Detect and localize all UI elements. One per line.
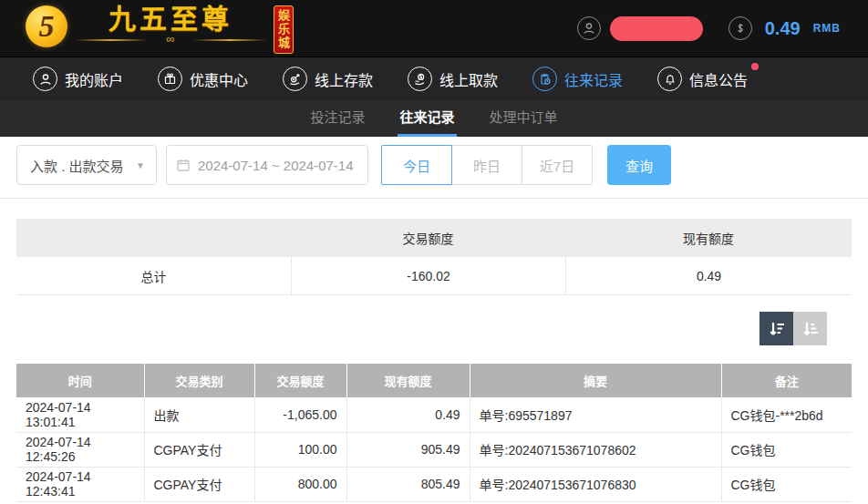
summary-total-row: 总计 -160.02 0.49 [16, 257, 852, 295]
sort-descending-button[interactable] [760, 312, 793, 345]
calendar-icon [176, 158, 191, 172]
tab-transaction-records[interactable]: 往来记录 [398, 100, 456, 137]
cell-amount: -1,065.00 [254, 397, 346, 432]
table-row: 2024-07-14 12:43:41 CGPAY支付 800.00 805.4… [16, 467, 852, 501]
site-title: 九五至尊 [108, 4, 232, 35]
logo-emblem-icon: 5 [26, 5, 67, 47]
summary-table: 交易额度 现有额度 总计 -160.02 0.49 [16, 219, 852, 295]
logo-emblem-glyph: 5 [39, 11, 55, 42]
nav-item-transaction-records[interactable]: 往来记录 [532, 67, 623, 91]
sort-ascending-icon [801, 319, 821, 339]
tab-pending-orders[interactable]: 处理中订单 [488, 100, 560, 137]
username-redacted[interactable] [610, 16, 703, 41]
cell-time: 2024-07-14 12:45:26 [16, 432, 144, 467]
summary-header-blank [16, 219, 291, 257]
nav-item-announcements[interactable]: 信息公告 [657, 67, 748, 91]
site-logo[interactable]: 5 九五至尊 ∞ 娱乐城 [26, 4, 294, 54]
cell-summary: 单号:202407153671078602 [470, 432, 721, 467]
table-row: 2024-07-14 12:45:26 CGPAY支付 100.00 905.4… [16, 432, 852, 467]
nav-item-withdraw[interactable]: 线上取款 [408, 67, 498, 91]
last7days-button[interactable]: 近7日 [522, 145, 593, 185]
transactions-table: 时间 交易类别 交易额度 现有额度 摘要 备注 2024-07-14 13:01… [16, 364, 852, 502]
col-header-type: 交易类别 [144, 364, 254, 397]
balance-amount: 0.49 [765, 18, 801, 39]
nav-label: 往来记录 [564, 68, 623, 90]
user-icon [33, 67, 57, 91]
logo-flourish: ∞ [75, 36, 266, 45]
filter-section: 入款 . 出款交易 ▼ 2024-07-14 ~ 2024-07-14 今日 昨… [0, 137, 868, 199]
logo-badge: 娱乐城 [274, 5, 294, 54]
records-icon [532, 67, 557, 91]
nav-item-deposit[interactable]: 线上存款 [283, 67, 373, 91]
table-row: 2024-07-14 13:01:41 出款 -1,065.00 0.49 单号… [16, 397, 852, 432]
cell-summary: 单号:695571897 [470, 397, 721, 432]
transaction-type-value: 入款 . 出款交易 [30, 156, 124, 175]
summary-header-row: 交易额度 现有额度 [16, 219, 852, 257]
nav-label: 信息公告 [689, 68, 748, 90]
top-header: 5 九五至尊 ∞ 娱乐城 0.49 RMB [0, 0, 868, 57]
date-range-input[interactable]: 2024-07-14 ~ 2024-07-14 [166, 145, 368, 185]
transaction-type-select[interactable]: 入款 . 出款交易 ▼ [16, 145, 157, 185]
yesterday-button[interactable]: 昨日 [451, 145, 522, 185]
cell-balance: 805.49 [346, 467, 470, 501]
chevron-down-icon: ▼ [136, 160, 145, 170]
today-button[interactable]: 今日 [381, 145, 452, 185]
main-nav: 我的账户 优惠中心 线上存款 线上取款 [0, 57, 868, 100]
cell-type: CGPAY支付 [144, 467, 254, 501]
summary-total-balance: 0.49 [565, 257, 852, 294]
sort-controls [0, 312, 827, 345]
wallet-dollar-icon[interactable] [728, 16, 752, 40]
nav-item-my-account[interactable]: 我的账户 [33, 67, 123, 91]
user-avatar-icon[interactable] [577, 16, 601, 40]
record-subtabs: 投注记录 往来记录 处理中订单 [0, 100, 868, 137]
summary-total-label: 总计 [16, 257, 291, 294]
cell-time: 2024-07-14 13:01:41 [16, 397, 144, 432]
tab-betting-records[interactable]: 投注记录 [308, 100, 367, 137]
cell-time: 2024-07-14 12:43:41 [16, 467, 144, 501]
date-range-value: 2024-07-14 ~ 2024-07-14 [198, 158, 354, 173]
balance-currency: RMB [813, 22, 841, 35]
col-header-time: 时间 [16, 364, 144, 397]
cell-note: CG钱包 [721, 432, 852, 467]
cell-amount: 100.00 [254, 432, 346, 467]
user-area: 0.49 RMB [577, 16, 841, 41]
cell-note: CG钱包-***2b6d [721, 397, 852, 432]
nav-label: 我的账户 [65, 68, 123, 90]
search-button[interactable]: 查询 [607, 145, 671, 185]
col-header-balance: 现有额度 [346, 364, 470, 397]
cell-balance: 0.49 [346, 397, 470, 432]
quick-date-group: 今日 昨日 近7日 [381, 145, 593, 185]
summary-header-balance: 现有额度 [565, 219, 852, 257]
gift-icon [158, 67, 182, 91]
cell-balance: 905.49 [346, 432, 470, 467]
col-header-note: 备注 [721, 364, 852, 397]
cell-type: CGPAY支付 [144, 432, 254, 467]
cell-summary: 单号:202407153671076830 [470, 467, 721, 501]
nav-label: 优惠中心 [190, 68, 248, 90]
bell-icon [657, 67, 682, 91]
deposit-icon [283, 67, 307, 91]
nav-label: 线上取款 [439, 68, 498, 90]
table-header-row: 时间 交易类别 交易额度 现有额度 摘要 备注 [16, 364, 852, 397]
summary-header-amount: 交易额度 [291, 219, 565, 257]
cell-type: 出款 [144, 397, 254, 432]
sort-ascending-button[interactable] [793, 312, 827, 345]
sort-descending-icon [767, 319, 787, 339]
cell-amount: 800.00 [254, 467, 346, 501]
withdraw-icon [408, 67, 432, 91]
col-header-summary: 摘要 [470, 364, 721, 397]
cell-note: CG钱包 [721, 467, 852, 501]
col-header-amount: 交易额度 [254, 364, 346, 397]
notification-dot [751, 63, 759, 70]
nav-label: 线上存款 [315, 68, 373, 90]
nav-item-promotions[interactable]: 优惠中心 [158, 67, 248, 91]
summary-total-amount: -160.02 [291, 257, 565, 294]
